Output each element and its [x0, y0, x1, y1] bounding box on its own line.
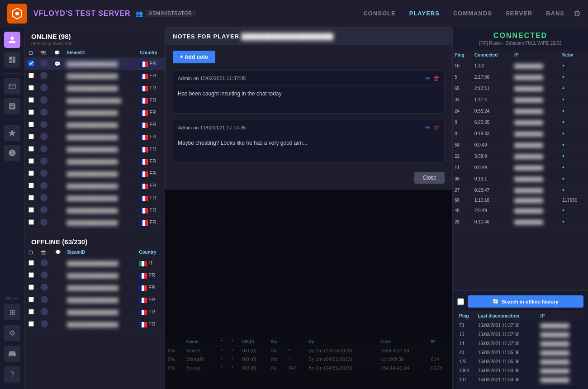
note-2-delete-button[interactable]: 🗑 [433, 124, 440, 131]
row-cb[interactable] [25, 229, 38, 229]
sidebar-players-icon[interactable] [4, 32, 20, 48]
row-cb[interactable] [25, 204, 38, 217]
row-cb[interactable] [25, 58, 38, 70]
connected-player-row[interactable]: 16 1:4:2 ██████████ • [453, 60, 588, 71]
row-cb[interactable] [25, 318, 39, 331]
admin-icon: 👥 [135, 10, 143, 17]
row-cb[interactable] [25, 168, 38, 180]
note-item-1: Admin on 15/02/2021 11:37:05 ✏ 🗑 Has bee… [173, 71, 445, 114]
offline-players-scroll[interactable]: ▢ 📸 💬 SteamID Country ████████████████ I… [25, 247, 165, 389]
add-note-button[interactable]: + Add note [173, 51, 215, 63]
connected-player-row[interactable]: 28 0:10:46 ██████████ • [453, 216, 588, 228]
row-cb[interactable] [25, 217, 38, 229]
online-player-row[interactable]: ████████████████ FR [25, 82, 165, 95]
offline-player-row[interactable]: ████████████████ FR [25, 318, 165, 331]
online-player-row[interactable]: 💬 ████████████████ FR [25, 58, 165, 70]
cp-ip: ██████████ [512, 139, 560, 151]
row-cb[interactable] [25, 107, 38, 119]
offline-right-row[interactable]: 40 15/02/2021 11:35:36 ██████████ [457, 348, 583, 357]
offline-player-row[interactable]: ████████████████ FR [25, 282, 165, 294]
cp-ip: ██████████ [512, 151, 560, 162]
connected-table-wrap[interactable]: Ping Connected IP Netw 16 1:4:2 ████████… [453, 50, 588, 290]
sidebar-discord-icon[interactable] [4, 346, 20, 362]
nav-bans[interactable]: BANS [546, 8, 564, 19]
connected-player-row[interactable]: 8 0:19:33 ██████████ • [453, 128, 588, 139]
row-cb[interactable] [25, 156, 38, 168]
online-player-row[interactable]: ████████████████ FR [25, 192, 165, 204]
connected-player-row[interactable]: 22 3:38:9 ██████████ • [453, 151, 588, 162]
connected-player-row[interactable]: 65 2:12:11 ██████████ • [453, 83, 588, 94]
connected-player-row[interactable]: 5 2:17:56 ██████████ • [453, 71, 588, 83]
cp-netw: • [560, 60, 588, 71]
nav-server[interactable]: SERVER [506, 8, 532, 19]
online-player-row[interactable]: ████████████████ FR [25, 156, 165, 168]
online-player-row[interactable]: ████████████████ FR [25, 119, 165, 131]
row-avatar [39, 318, 53, 331]
row-chat-icon [52, 168, 65, 180]
offline-right-row[interactable]: 125 15/02/2021 11:35:36 ██████████ [457, 357, 583, 366]
row-cb[interactable] [25, 270, 39, 282]
row-cb[interactable] [25, 180, 38, 192]
connected-player-row[interactable]: 11 0:8:49 ██████████ • [453, 162, 588, 173]
offline-player-row[interactable]: ████████████████ IT [25, 257, 165, 270]
row-cb[interactable] [25, 143, 38, 156]
nav-commands[interactable]: COMMANDS [453, 8, 492, 19]
note-1-edit-button[interactable]: ✏ [425, 75, 431, 82]
row-cb[interactable] [25, 192, 38, 204]
offline-right-row[interactable]: 14 15/02/2021 11:37:06 ██████████ [457, 339, 583, 348]
online-player-row[interactable]: ████████████████ FR [25, 143, 165, 156]
sidebar-grid-icon[interactable]: ⊞ [4, 304, 20, 320]
online-players-scroll[interactable]: ▢ 📸 💬 SteamID Country 💬 ████████████████… [25, 48, 165, 229]
online-player-row[interactable]: ████████████████ FR [25, 229, 165, 229]
offline-player-row[interactable]: ████████████████ FR [25, 294, 165, 306]
cp-netw: • [560, 117, 588, 128]
offline-right-row[interactable]: 1063 15/02/2021 11:34:36 ██████████ [457, 366, 583, 375]
connected-player-row[interactable]: 36 0:19:1 ██████████ • [453, 173, 588, 185]
offline-right-row[interactable]: 15 15/02/2021 11:37:06 ██████████ [457, 330, 583, 339]
nav-players[interactable]: PLAYERS [409, 8, 440, 19]
online-player-row[interactable]: ████████████████ FR [25, 180, 165, 192]
sidebar-icon-6[interactable] [4, 145, 20, 161]
row-cb[interactable] [25, 257, 39, 270]
row-cb[interactable] [25, 70, 38, 82]
sidebar-settings-icon[interactable]: ⚙ [4, 325, 20, 341]
online-player-row[interactable]: ████████████████ FR [25, 204, 165, 217]
row-cb[interactable] [25, 282, 39, 294]
nav-console[interactable]: CONSOLE [363, 8, 395, 19]
online-player-row[interactable]: █████████████████ FR [25, 95, 165, 107]
row-cb[interactable] [25, 306, 39, 318]
search-offline-button[interactable]: 🔄 Search in offline history [468, 295, 583, 308]
connected-player-row[interactable]: 8 6:20:35 ██████████ • [453, 117, 588, 128]
connected-player-row[interactable]: 68 1:10:16 ██████████ 117630 [453, 196, 588, 205]
note-1-delete-button[interactable]: 🗑 [433, 75, 440, 82]
close-notes-button[interactable]: Close [414, 172, 445, 184]
sidebar-icon-3[interactable] [4, 78, 20, 95]
online-player-row[interactable]: ████████████████ FR [25, 131, 165, 143]
note-2-edit-button[interactable]: ✏ [425, 124, 431, 131]
online-player-row[interactable]: ████████████████ FR [25, 217, 165, 229]
row-cb[interactable] [25, 82, 38, 95]
sidebar-bottom: BETA ⊞ ⚙ ? [4, 296, 20, 389]
connected-player-row[interactable]: 34 1:47:4 ██████████ • [453, 94, 588, 105]
offline-right-row[interactable]: 137 15/02/2021 11:33:36 ██████████ [457, 375, 583, 384]
offline-search-checkbox[interactable] [457, 298, 464, 305]
sidebar-icon-5[interactable] [4, 125, 20, 141]
connected-player-row[interactable]: 27 0:25:47 ██████████ • [453, 185, 588, 196]
offline-player-row[interactable]: ████████████████ FR [25, 270, 165, 282]
online-player-row[interactable]: ████████████████ FR [25, 70, 165, 82]
online-player-row[interactable]: ████████████████ FR [25, 107, 165, 119]
offline-right-row[interactable]: 73 15/02/2021 11:37:06 ██████████ [457, 321, 583, 330]
connected-player-row[interactable]: 58 0:0:49 ██████████ • [453, 139, 588, 151]
online-player-row[interactable]: ████████████████ FR [25, 168, 165, 180]
row-cb[interactable] [25, 119, 38, 131]
sidebar-icon-4[interactable] [4, 98, 20, 114]
sidebar-icon-2[interactable] [4, 52, 20, 68]
offline-player-row[interactable]: ████████████████ FR [25, 306, 165, 318]
row-cb[interactable] [25, 95, 38, 107]
connected-player-row[interactable]: 24 0:55:24 ██████████ • [453, 105, 588, 117]
settings-icon[interactable]: ⚙ [574, 9, 581, 19]
connected-player-row[interactable]: 48 2:6:49 ██████████ • [453, 205, 588, 216]
row-cb[interactable] [25, 294, 39, 306]
row-cb[interactable] [25, 131, 38, 143]
sidebar-help-icon[interactable]: ? [4, 366, 20, 383]
